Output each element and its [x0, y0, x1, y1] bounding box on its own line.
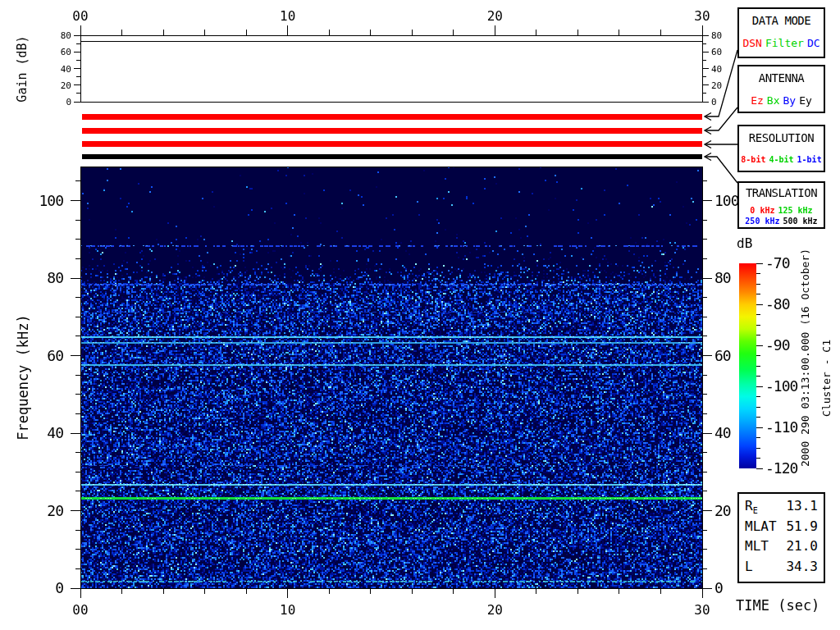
- time-tick-label-top: 20: [487, 10, 503, 23]
- time-tick-label-bottom: 10: [280, 604, 295, 617]
- translation-options-row2: 250 kHz500 kHz: [739, 216, 824, 226]
- ephemeris-label: MLAT: [745, 520, 777, 536]
- option-dsn: DSN: [742, 37, 761, 49]
- time-axis-label: TIME (sec): [736, 599, 819, 613]
- frequency-axis-label: Frequency (kHz): [16, 314, 30, 441]
- data-mode-options: DSNFilterDC: [739, 37, 824, 49]
- gain-ytick-label: 60: [61, 48, 71, 57]
- freq-ytick-label: 0: [714, 581, 723, 596]
- option-4bit: 4-bit: [769, 155, 793, 164]
- ephemeris-value: 34.3: [786, 560, 818, 576]
- freq-ytick-label: 60: [714, 349, 731, 363]
- freq-ytick-label: 100: [39, 194, 63, 208]
- ephemeris-value: 51.9: [786, 520, 818, 536]
- colorbar-tick-label: -110: [765, 420, 797, 435]
- resolution-bar: [82, 141, 702, 147]
- gain-ytick-label: 80: [711, 31, 722, 40]
- antenna-options: EzBxByEy: [739, 94, 824, 107]
- time-tick-label-top: 10: [280, 10, 295, 23]
- time-tick-label-top: 00: [72, 10, 88, 23]
- freq-ytick-label: 80: [47, 271, 63, 285]
- gain-ytick-label: 40: [61, 64, 71, 73]
- gain-ytick-label: 20: [711, 80, 722, 89]
- translation-options-row1: 0 kHz125 kHz: [739, 205, 824, 216]
- option-dc: DC: [807, 37, 820, 49]
- option-ey: Ey: [799, 94, 812, 107]
- time-tick-label-bottom: 00: [72, 604, 88, 617]
- resolution-panel: RESOLUTION 8-bit4-bit1-bit: [737, 125, 825, 172]
- option-250khz: 250 kHz: [745, 217, 779, 226]
- gain-ytick-label: 0: [66, 98, 71, 107]
- translation-panel: TRANSLATION 0 kHz125 kHz 250 kHz500 kHz: [737, 181, 825, 229]
- resolution-title: RESOLUTION: [739, 131, 824, 144]
- option-8bit: 8-bit: [741, 155, 765, 164]
- ephemeris-row-l: L 34.3: [745, 560, 818, 576]
- antenna-bar: [82, 128, 702, 134]
- ephemeris-value: 21.0: [786, 540, 818, 555]
- colorbar-tick-label: -70: [765, 256, 790, 271]
- option-filter: Filter: [765, 37, 804, 49]
- colorbar-tick-label: -100: [765, 379, 797, 394]
- freq-ytick-label: 0: [55, 581, 63, 596]
- ephemeris-label: MLT: [745, 540, 769, 555]
- option-0khz: 0 kHz: [750, 206, 774, 215]
- option-125khz: 125 kHz: [778, 206, 812, 215]
- time-tick-label-bottom: 20: [487, 604, 503, 617]
- ephemeris-row-re: RE 13.1: [745, 500, 818, 515]
- ephemeris-label: RE: [745, 500, 758, 515]
- antenna-panel: ANTENNA EzBxByEy: [737, 65, 825, 113]
- translation-bar: [82, 154, 702, 159]
- colorbar-tick-label: -120: [765, 461, 797, 476]
- colorbar-tick-label: -90: [765, 338, 790, 353]
- freq-ytick-label: 40: [47, 426, 63, 441]
- gain-ytick-label: 40: [711, 64, 722, 73]
- freq-ytick-label: 100: [714, 194, 739, 208]
- colorbar-tick-label: -80: [765, 297, 790, 312]
- freq-ytick-label: 60: [47, 349, 63, 363]
- freq-ytick-label: 40: [714, 426, 731, 441]
- gain-ytick-label: 60: [711, 48, 722, 57]
- ephemeris-row-mlt: MLT 21.0: [745, 540, 818, 555]
- option-500khz: 500 kHz: [783, 217, 818, 226]
- gain-ytick-label: 0: [711, 98, 717, 107]
- option-1bit: 1-bit: [797, 155, 822, 164]
- ephemeris-box: RE 13.1 MLAT 51.9 MLT 21.0 L 34.3: [737, 492, 825, 583]
- ephemeris-row-mlat: MLAT 51.9: [745, 520, 818, 536]
- colorbar-db-label: dB: [737, 237, 752, 250]
- colorbar-gradient: [739, 263, 756, 468]
- ephemeris-label: L: [745, 560, 753, 576]
- time-tick-label-top: 30: [694, 10, 710, 23]
- gain-ytick-label: 20: [61, 80, 71, 89]
- option-bx: Bx: [767, 94, 780, 107]
- antenna-title: ANTENNA: [739, 71, 824, 84]
- data-mode-panel: DATA MODE DSNFilterDC: [737, 7, 825, 58]
- resolution-options: 8-bit4-bit1-bit: [739, 154, 824, 165]
- translation-title: TRANSLATION: [739, 186, 824, 199]
- ephemeris-value: 13.1: [786, 500, 818, 515]
- timestamp-annotation: 2000 290 03:13:00.000 (16 October): [800, 249, 810, 467]
- time-tick-label-bottom: 30: [694, 604, 710, 617]
- spectrogram-canvas: [80, 167, 702, 588]
- wbd-spectrogram-page: Gain (dB) Frequency (kHz) dB TIME (sec) …: [0, 0, 840, 630]
- option-ez: Ez: [751, 94, 764, 107]
- freq-ytick-label: 20: [714, 504, 731, 518]
- spacecraft-annotation: Cluster - C1: [821, 340, 832, 417]
- gain-axis-label: Gain (dB): [16, 35, 29, 102]
- gain-ytick-label: 80: [61, 31, 71, 40]
- freq-ytick-label: 80: [714, 271, 731, 285]
- data-mode-bar: [82, 114, 702, 120]
- option-by: By: [783, 94, 797, 107]
- freq-ytick-label: 20: [47, 504, 63, 518]
- data-mode-title: DATA MODE: [739, 14, 824, 27]
